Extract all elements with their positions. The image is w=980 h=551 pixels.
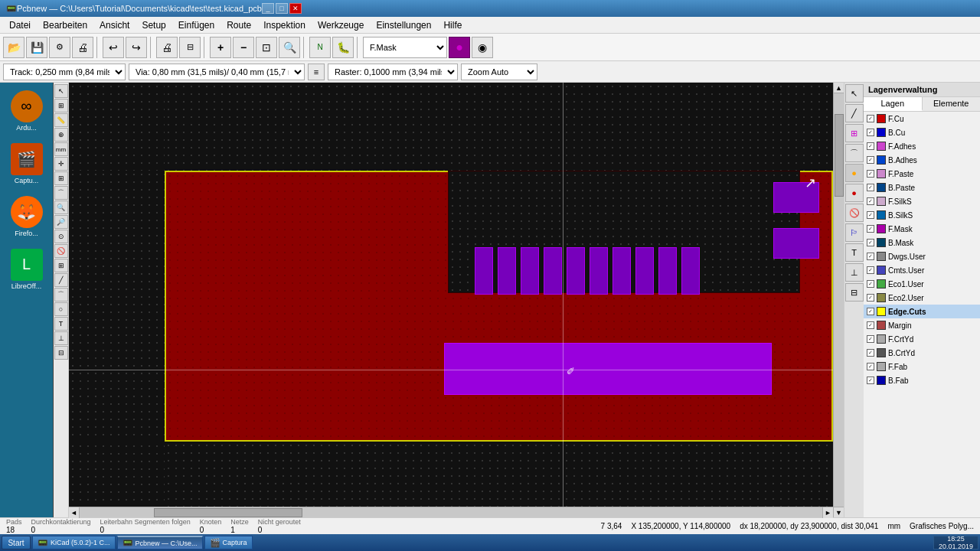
layer-checkbox-6[interactable]: ✓ — [867, 197, 874, 205]
tune-single-button[interactable]: ⌒ — [845, 144, 864, 162]
text-tool[interactable]: T — [54, 317, 68, 331]
layer-item-f-crtyd[interactable]: ✓F.CrtYd — [864, 332, 980, 346]
add-dim-button[interactable]: ⊟ — [845, 283, 864, 302]
layer-checkbox-2[interactable]: ✓ — [867, 142, 874, 150]
layer-item-f-cu[interactable]: ✓F.Cu — [864, 112, 980, 126]
3d-viewer-button[interactable]: ◉ — [472, 37, 493, 58]
layer-item-b-paste[interactable]: ✓B.Paste — [864, 181, 980, 194]
pad-tool[interactable]: ⊞ — [54, 259, 68, 272]
anchor-tool[interactable]: ⊥ — [54, 331, 68, 345]
close-button[interactable]: ✕ — [289, 3, 302, 14]
zoom-area-button[interactable]: 🔍 — [279, 37, 300, 58]
taskbar-pcbnew[interactable]: 📟 Pcbnew — C:\Use... — [117, 536, 203, 549]
layer-item-margin[interactable]: ✓Margin — [864, 318, 980, 332]
pcb-canvas[interactable]: ✏ ↗ — [69, 83, 833, 507]
grid-tool[interactable]: ⊞ — [54, 99, 68, 112]
layer-item-b-fab[interactable]: ✓B.Fab — [864, 373, 980, 387]
draw-arc-button[interactable]: T — [845, 243, 864, 262]
desktop-icon-libreoffice[interactable]: L LibreOff... — [4, 244, 50, 294]
zoom-selector[interactable]: Zoom Auto — [461, 64, 537, 80]
hscroll-left-button[interactable]: ◄ — [69, 507, 80, 518]
tune-diff-button[interactable]: ● — [845, 164, 864, 182]
menu-werkzeuge[interactable]: Werkzeuge — [312, 18, 370, 32]
layer-item-b-cu[interactable]: ✓B.Cu — [864, 126, 980, 139]
menu-route[interactable]: Route — [220, 18, 257, 32]
horizontal-scrollbar[interactable]: ◄ ► — [69, 507, 833, 517]
print2-button[interactable]: 🖨 — [156, 37, 178, 58]
maximize-button[interactable]: □ — [276, 3, 288, 14]
zoom-in-button[interactable]: + — [210, 37, 231, 58]
circle-tool[interactable]: ○ — [54, 302, 68, 316]
track-width-selector[interactable]: Track: 0,250 mm (9,84 mils) — [3, 64, 126, 80]
layer-checkbox-15[interactable]: ✓ — [867, 321, 874, 329]
layer-checkbox-0[interactable]: ✓ — [867, 115, 874, 122]
layer-selector[interactable]: F.Mask B.Mask Edge.Cuts F.Cu B.Cu — [363, 37, 447, 58]
layer-checkbox-3[interactable]: ✓ — [867, 156, 874, 164]
layer-item-cmts-user[interactable]: ✓Cmts.User — [864, 263, 980, 277]
undo-button[interactable]: ↩ — [103, 37, 124, 58]
hscroll-thumb[interactable] — [154, 508, 302, 517]
layer-checkbox-10[interactable]: ✓ — [867, 253, 874, 260]
grid-selector[interactable]: Raster: 0,1000 mm (3,94 mils) — [328, 64, 458, 80]
zoom-out-button[interactable]: − — [233, 37, 254, 58]
origin-tool[interactable]: ⊕ — [54, 128, 68, 142]
add-text-button[interactable]: ⊥ — [845, 263, 864, 282]
start-button[interactable]: Start — [2, 536, 31, 549]
layer-checkbox-11[interactable]: ✓ — [867, 266, 874, 274]
layer-checkbox-1[interactable]: ✓ — [867, 129, 874, 136]
zoom-fit-button[interactable]: ⊡ — [256, 37, 277, 58]
select-tool[interactable]: ↖ — [54, 84, 68, 98]
menu-setup[interactable]: Setup — [136, 18, 172, 32]
layer-checkbox-12[interactable]: ✓ — [867, 280, 874, 288]
add-via-button[interactable]: ● — [845, 184, 864, 202]
layer-checkbox-9[interactable]: ✓ — [867, 239, 874, 246]
snap-tool[interactable]: ⊞ — [54, 171, 68, 185]
menu-ansicht[interactable]: Ansicht — [93, 18, 136, 32]
layer-item-eco1-user[interactable]: ✓Eco1.User — [864, 277, 980, 291]
route-track-button[interactable]: ╱ — [845, 104, 864, 122]
layer-item-f-adhes[interactable]: ✓F.Adhes — [864, 139, 980, 153]
layer-color-button[interactable]: ● — [449, 37, 470, 58]
cursor-tool[interactable]: ✛ — [54, 157, 68, 171]
layer-item-eco2-user[interactable]: ✓Eco2.User — [864, 291, 980, 305]
layer-item-edge-cuts[interactable]: ✓Edge.Cuts — [864, 305, 980, 318]
redo-button[interactable]: ↪ — [126, 37, 147, 58]
search2-tool[interactable]: 🔎 — [54, 215, 68, 229]
layer-item-b-crtyd[interactable]: ✓B.CrtYd — [864, 346, 980, 360]
menu-inspektion[interactable]: Inspektion — [257, 18, 312, 32]
svg-export-button[interactable]: ⊟ — [179, 37, 201, 58]
layer-checkbox-7[interactable]: ✓ — [867, 211, 874, 219]
measure-tool[interactable]: 📏 — [54, 113, 68, 127]
layer-checkbox-19[interactable]: ✓ — [867, 377, 874, 384]
menu-hilfe[interactable]: Hilfe — [437, 18, 468, 32]
layer-item-f-silks[interactable]: ✓F.SilkS — [864, 194, 980, 208]
layer-item-f-mask[interactable]: ✓F.Mask — [864, 222, 980, 236]
tab-elemente[interactable]: Elemente — [923, 97, 981, 111]
drc-tool[interactable]: 🚫 — [54, 244, 68, 258]
menu-bearbeiten[interactable]: Bearbeiten — [37, 18, 93, 32]
layer-item-b-mask[interactable]: ✓B.Mask — [864, 236, 980, 249]
layer-checkbox-17[interactable]: ✓ — [867, 349, 874, 357]
layer-checkbox-16[interactable]: ✓ — [867, 335, 874, 343]
vscroll-thumb[interactable] — [835, 114, 844, 197]
minimize-button[interactable]: _ — [262, 3, 274, 14]
arc-tool[interactable]: ⌒ — [54, 186, 68, 200]
ratsnest-tool[interactable]: ⊙ — [54, 230, 68, 243]
pcb-setup-button[interactable]: ⚙ — [49, 37, 70, 58]
pcb-tools[interactable]: ⊟ — [54, 346, 68, 360]
layer-checkbox-13[interactable]: ✓ — [867, 294, 874, 302]
arc2-tool[interactable]: ⌒ — [54, 288, 68, 302]
save-button[interactable]: 💾 — [26, 37, 47, 58]
mm-tool[interactable]: mm — [54, 142, 68, 156]
menu-einfuegen[interactable]: Einfügen — [172, 18, 220, 32]
menu-einstellungen[interactable]: Einstellungen — [370, 18, 437, 32]
taskbar-captura[interactable]: 🎬 Captura — [204, 536, 253, 549]
layer-item-f-paste[interactable]: ✓F.Paste — [864, 167, 980, 181]
taskbar-kicad[interactable]: 📟 KiCad (5.0.2)-1 C... — [32, 536, 116, 549]
layer-checkbox-14[interactable]: ✓ — [867, 308, 874, 315]
layer-checkbox-8[interactable]: ✓ — [867, 225, 874, 233]
search-tool[interactable]: 🔍 — [54, 201, 68, 214]
impedance-calc-button[interactable]: ≡ — [308, 64, 325, 80]
route-diff-button[interactable]: ⊞ — [845, 124, 864, 142]
vscroll-down-button[interactable]: ▼ — [834, 507, 844, 517]
